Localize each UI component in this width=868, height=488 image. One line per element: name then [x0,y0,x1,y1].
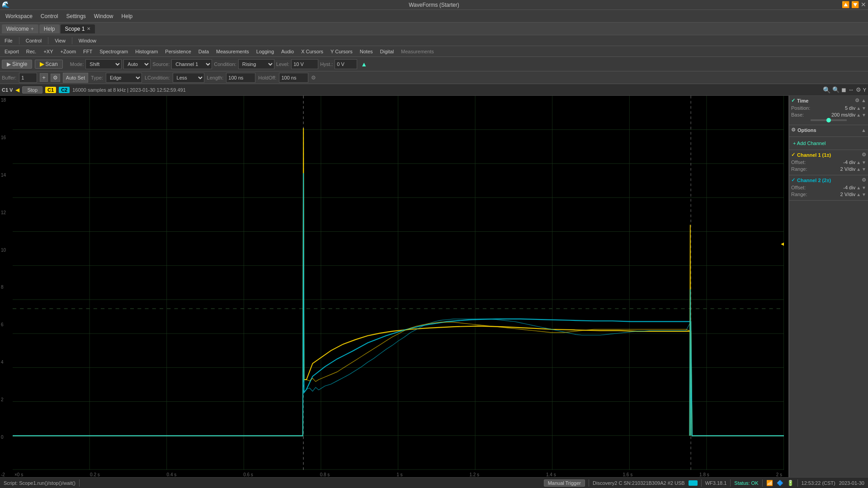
ch2-range-down[interactable]: ▼ [862,192,866,197]
gear-btn[interactable]: ⚙ [856,86,861,93]
tab-welcome[interactable]: Welcome + [2,24,38,33]
ch2-offset-down[interactable]: ▼ [862,185,866,190]
holdoff-gear-btn[interactable]: ⚙ [311,75,316,81]
auto-set-btn[interactable]: Auto Set [63,73,88,83]
scope-xy[interactable]: +XY [41,48,56,55]
tab-help[interactable]: Help [39,24,60,33]
position-up-icon[interactable]: ▲ [856,106,861,111]
time-slider[interactable] [811,119,847,121]
scope-histogram[interactable]: Histogram [132,48,160,55]
menu-control[interactable]: Control [37,12,62,20]
svg-rect-4 [13,96,784,470]
tab-scope1[interactable]: Scope 1 ✕ [61,24,95,33]
time-gear-icon[interactable]: ⚙ [855,98,859,103]
time-expand-icon[interactable]: ▲ [861,98,866,103]
scope-fft[interactable]: FFT [80,48,95,55]
menu-workspace[interactable]: Workspace [2,12,36,20]
scope-data[interactable]: Data [196,48,212,55]
condition-select[interactable]: Rising [238,59,274,69]
menu-window[interactable]: Window [90,12,117,20]
toolbar-window[interactable]: Window [76,38,99,44]
ch1-range-down[interactable]: ▼ [862,167,866,172]
trigger-level-indicator: ▲ [361,61,367,68]
zoom-in-btn[interactable]: 🔍 [823,86,830,94]
scope-persistence[interactable]: Persistence [162,48,193,55]
status-sep-3 [701,479,702,487]
buffer-add-btn[interactable]: + [40,73,48,82]
ch2-check: ✓ [791,177,795,183]
ch2-offset-up[interactable]: ▲ [856,185,861,190]
scope-logging[interactable]: Logging [254,48,277,55]
window-controls[interactable]: 🔼 🔽 ✕ [842,1,866,8]
menu-help[interactable]: Help [118,12,137,20]
scan-button[interactable]: ▶ Scan [35,60,62,69]
toolbar-control[interactable]: Control [23,38,44,44]
bluetooth-icon: 🔷 [777,480,783,486]
ch2-range-up[interactable]: ▲ [856,192,861,197]
tab-close-icon[interactable]: ✕ [87,26,90,31]
options-expand-icon[interactable]: ▲ [861,127,866,133]
date-display: 2023-01-30 [839,480,864,486]
ch1-offset-up[interactable]: ▲ [856,160,861,165]
base-up-icon[interactable]: ▲ [856,113,861,117]
position-down-icon[interactable]: ▼ [862,106,866,111]
scope-ycursors[interactable]: Y Cursors [328,48,355,55]
hyst-input[interactable] [335,59,357,69]
scope-notes[interactable]: Notes [357,48,376,55]
x-label-18: 1.8 s [699,472,709,477]
maximize-btn[interactable]: 🔽 [851,1,859,8]
scope-measurements[interactable]: Measurements [213,48,252,55]
source-select[interactable]: Channel 1 [171,59,212,69]
auto-select[interactable]: Auto [123,59,151,69]
add-channel-btn[interactable]: + Add Channel [791,139,866,148]
fit-btn[interactable]: ◼ [841,86,846,93]
ch1-title-group: ✓ Channel 1 (1±) [791,152,831,158]
ch2-header: ✓ Channel 2 (2±) ⚙ [791,177,866,183]
type-select[interactable]: Edge [106,73,142,83]
type-label: Type: [91,75,103,80]
scan-icon: ▶ [40,61,44,67]
ch1-check: ✓ [791,152,795,158]
length-input[interactable] [226,73,255,83]
holdoff-label: HoldOff: [258,75,276,80]
x-label-14: 1.4 s [546,472,556,477]
scope-xcursors[interactable]: X Cursors [298,48,326,55]
single-icon: ▶ [7,61,11,67]
y-axis-indicator: Y [863,87,866,93]
scope-spectrogram[interactable]: Spectrogram [97,48,131,55]
ch2-range-row: Range: 2 V/div ▲ ▼ [791,192,866,197]
scope-audio[interactable]: Audio [278,48,297,55]
ch2-gear-icon[interactable]: ⚙ [862,177,866,183]
tab-add-icon[interactable]: + [31,26,34,32]
stop-button[interactable]: Stop [22,86,42,94]
scope-measurements2[interactable]: Measurements [398,48,437,55]
minimize-btn[interactable]: 🔼 [842,1,849,8]
zoom-out-btn[interactable]: 🔍 [832,86,840,93]
menu-settings[interactable]: Settings [63,12,90,20]
base-down-icon[interactable]: ▼ [862,113,866,117]
ch1-range-up[interactable]: ▲ [856,167,861,172]
scope-rec[interactable]: Rec. [24,48,39,55]
app-icon: 🌊 [2,1,9,8]
ch1-gear-icon[interactable]: ⚙ [862,152,866,158]
close-btn[interactable]: ✕ [861,1,866,8]
holdoff-input[interactable] [279,73,308,83]
buffer-gear-btn[interactable]: ⚙ [51,74,60,82]
manual-trigger-btn[interactable]: Manual Trigger [544,479,585,487]
status-sep-6 [797,479,798,487]
waveform-area[interactable]: 18 16 14 12 10 8 6 4 2 0 -2 [0,96,789,479]
mode-select[interactable]: Shift [85,59,122,69]
pan-btn[interactable]: ↔ [848,86,854,93]
scope-export[interactable]: Export [2,48,22,55]
buffer-input[interactable] [19,73,37,83]
toolbar-view[interactable]: View [52,38,68,44]
lcondition-select[interactable]: Less [173,73,204,83]
scope-zoom[interactable]: +Zoom [58,48,79,55]
level-input[interactable] [291,59,318,69]
toolbar-file[interactable]: File [2,38,15,44]
ch1-offset-down[interactable]: ▼ [862,160,866,165]
scope-digital[interactable]: Digital [377,48,397,55]
options-title: Options [797,127,816,133]
single-button[interactable]: ▶ Single [2,60,32,69]
time-base-row: Base: 200 ms/div ▲ ▼ [791,112,866,117]
